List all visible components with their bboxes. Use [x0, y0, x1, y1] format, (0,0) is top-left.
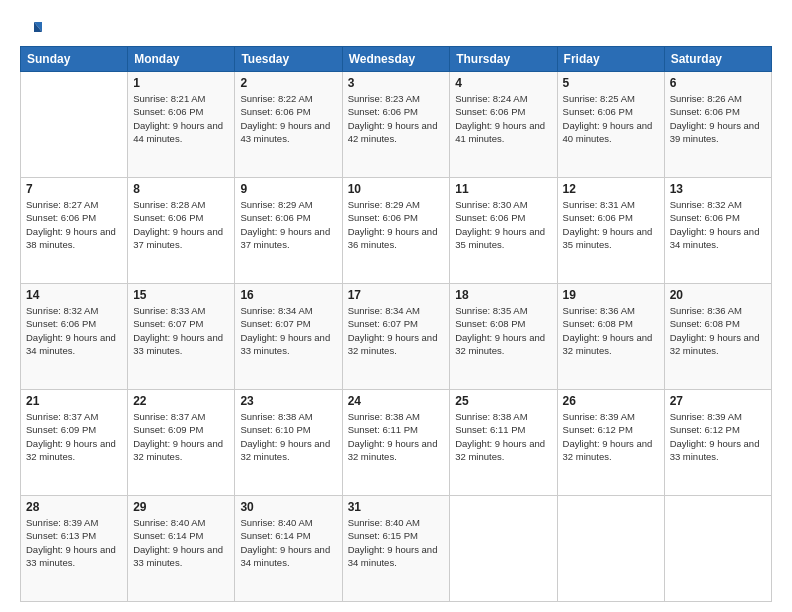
- day-cell: 10Sunrise: 8:29 AM Sunset: 6:06 PM Dayli…: [342, 178, 450, 284]
- day-cell: 26Sunrise: 8:39 AM Sunset: 6:12 PM Dayli…: [557, 390, 664, 496]
- day-number: 14: [26, 288, 122, 302]
- day-cell: 2Sunrise: 8:22 AM Sunset: 6:06 PM Daylig…: [235, 72, 342, 178]
- day-info: Sunrise: 8:37 AM Sunset: 6:09 PM Dayligh…: [133, 410, 229, 463]
- day-number: 31: [348, 500, 445, 514]
- day-number: 29: [133, 500, 229, 514]
- day-cell: 12Sunrise: 8:31 AM Sunset: 6:06 PM Dayli…: [557, 178, 664, 284]
- day-info: Sunrise: 8:25 AM Sunset: 6:06 PM Dayligh…: [563, 92, 659, 145]
- logo-icon: [20, 18, 42, 40]
- day-info: Sunrise: 8:36 AM Sunset: 6:08 PM Dayligh…: [670, 304, 766, 357]
- day-number: 2: [240, 76, 336, 90]
- day-number: 16: [240, 288, 336, 302]
- day-cell: 7Sunrise: 8:27 AM Sunset: 6:06 PM Daylig…: [21, 178, 128, 284]
- day-info: Sunrise: 8:21 AM Sunset: 6:06 PM Dayligh…: [133, 92, 229, 145]
- day-number: 10: [348, 182, 445, 196]
- day-number: 19: [563, 288, 659, 302]
- day-info: Sunrise: 8:39 AM Sunset: 6:13 PM Dayligh…: [26, 516, 122, 569]
- day-info: Sunrise: 8:29 AM Sunset: 6:06 PM Dayligh…: [240, 198, 336, 251]
- day-cell: [450, 496, 557, 602]
- day-cell: 29Sunrise: 8:40 AM Sunset: 6:14 PM Dayli…: [128, 496, 235, 602]
- logo: [20, 18, 46, 40]
- day-cell: 23Sunrise: 8:38 AM Sunset: 6:10 PM Dayli…: [235, 390, 342, 496]
- day-cell: 4Sunrise: 8:24 AM Sunset: 6:06 PM Daylig…: [450, 72, 557, 178]
- day-number: 15: [133, 288, 229, 302]
- day-cell: 24Sunrise: 8:38 AM Sunset: 6:11 PM Dayli…: [342, 390, 450, 496]
- page: SundayMondayTuesdayWednesdayThursdayFrid…: [0, 0, 792, 612]
- day-info: Sunrise: 8:23 AM Sunset: 6:06 PM Dayligh…: [348, 92, 445, 145]
- day-number: 13: [670, 182, 766, 196]
- day-cell: 9Sunrise: 8:29 AM Sunset: 6:06 PM Daylig…: [235, 178, 342, 284]
- week-row-5: 28Sunrise: 8:39 AM Sunset: 6:13 PM Dayli…: [21, 496, 772, 602]
- day-cell: 27Sunrise: 8:39 AM Sunset: 6:12 PM Dayli…: [664, 390, 771, 496]
- day-info: Sunrise: 8:34 AM Sunset: 6:07 PM Dayligh…: [348, 304, 445, 357]
- day-number: 28: [26, 500, 122, 514]
- day-cell: 22Sunrise: 8:37 AM Sunset: 6:09 PM Dayli…: [128, 390, 235, 496]
- day-number: 9: [240, 182, 336, 196]
- day-info: Sunrise: 8:28 AM Sunset: 6:06 PM Dayligh…: [133, 198, 229, 251]
- weekday-header-friday: Friday: [557, 47, 664, 72]
- day-cell: 25Sunrise: 8:38 AM Sunset: 6:11 PM Dayli…: [450, 390, 557, 496]
- day-number: 6: [670, 76, 766, 90]
- weekday-header-tuesday: Tuesday: [235, 47, 342, 72]
- day-number: 17: [348, 288, 445, 302]
- day-info: Sunrise: 8:40 AM Sunset: 6:14 PM Dayligh…: [240, 516, 336, 569]
- day-number: 7: [26, 182, 122, 196]
- day-cell: 20Sunrise: 8:36 AM Sunset: 6:08 PM Dayli…: [664, 284, 771, 390]
- weekday-header-sunday: Sunday: [21, 47, 128, 72]
- day-info: Sunrise: 8:27 AM Sunset: 6:06 PM Dayligh…: [26, 198, 122, 251]
- day-info: Sunrise: 8:39 AM Sunset: 6:12 PM Dayligh…: [563, 410, 659, 463]
- day-cell: 13Sunrise: 8:32 AM Sunset: 6:06 PM Dayli…: [664, 178, 771, 284]
- day-cell: 19Sunrise: 8:36 AM Sunset: 6:08 PM Dayli…: [557, 284, 664, 390]
- day-number: 8: [133, 182, 229, 196]
- day-cell: 30Sunrise: 8:40 AM Sunset: 6:14 PM Dayli…: [235, 496, 342, 602]
- day-cell: 14Sunrise: 8:32 AM Sunset: 6:06 PM Dayli…: [21, 284, 128, 390]
- day-info: Sunrise: 8:37 AM Sunset: 6:09 PM Dayligh…: [26, 410, 122, 463]
- day-cell: 31Sunrise: 8:40 AM Sunset: 6:15 PM Dayli…: [342, 496, 450, 602]
- day-info: Sunrise: 8:24 AM Sunset: 6:06 PM Dayligh…: [455, 92, 551, 145]
- day-info: Sunrise: 8:38 AM Sunset: 6:11 PM Dayligh…: [455, 410, 551, 463]
- day-info: Sunrise: 8:40 AM Sunset: 6:15 PM Dayligh…: [348, 516, 445, 569]
- week-row-4: 21Sunrise: 8:37 AM Sunset: 6:09 PM Dayli…: [21, 390, 772, 496]
- day-number: 30: [240, 500, 336, 514]
- day-cell: 21Sunrise: 8:37 AM Sunset: 6:09 PM Dayli…: [21, 390, 128, 496]
- weekday-header-row: SundayMondayTuesdayWednesdayThursdayFrid…: [21, 47, 772, 72]
- day-info: Sunrise: 8:39 AM Sunset: 6:12 PM Dayligh…: [670, 410, 766, 463]
- day-cell: 16Sunrise: 8:34 AM Sunset: 6:07 PM Dayli…: [235, 284, 342, 390]
- day-info: Sunrise: 8:29 AM Sunset: 6:06 PM Dayligh…: [348, 198, 445, 251]
- day-number: 21: [26, 394, 122, 408]
- day-cell: 1Sunrise: 8:21 AM Sunset: 6:06 PM Daylig…: [128, 72, 235, 178]
- day-cell: 15Sunrise: 8:33 AM Sunset: 6:07 PM Dayli…: [128, 284, 235, 390]
- day-cell: 18Sunrise: 8:35 AM Sunset: 6:08 PM Dayli…: [450, 284, 557, 390]
- week-row-1: 1Sunrise: 8:21 AM Sunset: 6:06 PM Daylig…: [21, 72, 772, 178]
- day-number: 20: [670, 288, 766, 302]
- day-cell: [557, 496, 664, 602]
- day-number: 23: [240, 394, 336, 408]
- day-number: 27: [670, 394, 766, 408]
- day-info: Sunrise: 8:38 AM Sunset: 6:11 PM Dayligh…: [348, 410, 445, 463]
- week-row-2: 7Sunrise: 8:27 AM Sunset: 6:06 PM Daylig…: [21, 178, 772, 284]
- day-number: 18: [455, 288, 551, 302]
- header: [20, 18, 772, 40]
- day-cell: 5Sunrise: 8:25 AM Sunset: 6:06 PM Daylig…: [557, 72, 664, 178]
- day-number: 5: [563, 76, 659, 90]
- day-info: Sunrise: 8:30 AM Sunset: 6:06 PM Dayligh…: [455, 198, 551, 251]
- day-number: 3: [348, 76, 445, 90]
- day-cell: 8Sunrise: 8:28 AM Sunset: 6:06 PM Daylig…: [128, 178, 235, 284]
- day-cell: 28Sunrise: 8:39 AM Sunset: 6:13 PM Dayli…: [21, 496, 128, 602]
- day-info: Sunrise: 8:26 AM Sunset: 6:06 PM Dayligh…: [670, 92, 766, 145]
- day-info: Sunrise: 8:40 AM Sunset: 6:14 PM Dayligh…: [133, 516, 229, 569]
- day-cell: [664, 496, 771, 602]
- day-cell: 17Sunrise: 8:34 AM Sunset: 6:07 PM Dayli…: [342, 284, 450, 390]
- day-info: Sunrise: 8:33 AM Sunset: 6:07 PM Dayligh…: [133, 304, 229, 357]
- week-row-3: 14Sunrise: 8:32 AM Sunset: 6:06 PM Dayli…: [21, 284, 772, 390]
- day-number: 12: [563, 182, 659, 196]
- weekday-header-monday: Monday: [128, 47, 235, 72]
- day-number: 26: [563, 394, 659, 408]
- day-number: 24: [348, 394, 445, 408]
- day-cell: 11Sunrise: 8:30 AM Sunset: 6:06 PM Dayli…: [450, 178, 557, 284]
- day-info: Sunrise: 8:34 AM Sunset: 6:07 PM Dayligh…: [240, 304, 336, 357]
- weekday-header-wednesday: Wednesday: [342, 47, 450, 72]
- day-cell: [21, 72, 128, 178]
- weekday-header-thursday: Thursday: [450, 47, 557, 72]
- day-cell: 6Sunrise: 8:26 AM Sunset: 6:06 PM Daylig…: [664, 72, 771, 178]
